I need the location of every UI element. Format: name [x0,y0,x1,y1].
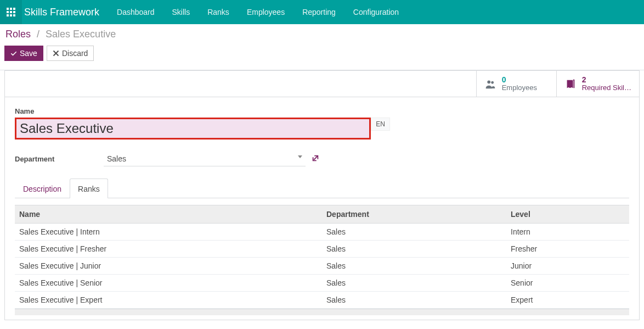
stat-required-skills-label: Required Skil… [582,84,631,92]
stat-employees-label: Employees [502,84,537,92]
svg-rect-5 [13,11,15,13]
menu-dashboard[interactable]: Dashboard [108,1,163,23]
control-panel: Roles / Sales Executive Save Discard [0,24,644,65]
breadcrumb-current: Sales Executive [46,29,116,40]
breadcrumb-root[interactable]: Roles [5,29,31,40]
check-icon [10,50,17,57]
ranks-table: Name Department Level Sales Executive | … [15,205,629,309]
cell-name: Sales Executive | Fresher [15,241,322,258]
name-input[interactable] [15,118,371,140]
stat-buttons-row: 0 Employees 2 Required Skil… [5,71,639,97]
discard-button[interactable]: Discard [47,46,94,61]
svg-rect-3 [7,11,9,13]
cell-level: Senior [506,275,629,292]
stat-employees-value: 0 [502,75,537,84]
cell-name: Sales Executive | Intern [15,224,322,241]
cell-level: Junior [506,258,629,275]
menu-reporting[interactable]: Reporting [293,1,344,23]
cell-name: Sales Executive | Junior [15,258,322,275]
th-department[interactable]: Department [322,205,506,224]
table-footer [15,309,629,315]
save-button[interactable]: Save [4,46,43,61]
svg-rect-8 [13,14,15,16]
action-buttons: Save Discard [4,46,640,61]
cell-level: Fresher [506,241,629,258]
th-level[interactable]: Level [506,205,629,224]
form-sheet: 0 Employees 2 Required Skil… Name EN [4,70,640,320]
svg-rect-0 [7,8,9,10]
app-brand[interactable]: Skills Framework [22,7,108,18]
tab-ranks[interactable]: Ranks [70,179,108,198]
table-row[interactable]: Sales Executive | InternSalesIntern [15,224,629,241]
cell-department: Sales [322,292,506,309]
users-icon [484,78,496,90]
table-row[interactable]: Sales Executive | ExpertSalesExpert [15,292,629,309]
cell-name: Sales Executive | Senior [15,275,322,292]
cell-department: Sales [322,241,506,258]
name-label: Name [15,107,629,115]
th-name[interactable]: Name [15,205,322,224]
cell-department: Sales [322,258,506,275]
tabs: Description Ranks [15,179,629,198]
save-button-label: Save [20,49,37,58]
stat-required-skills-value: 2 [582,75,631,84]
cell-level: Expert [506,292,629,309]
menu-skills[interactable]: Skills [163,1,199,23]
menu-configuration[interactable]: Configuration [344,1,408,23]
breadcrumb-separator: / [37,29,39,40]
svg-rect-2 [13,8,15,10]
cell-level: Intern [506,224,629,241]
navbar-menu: Dashboard Skills Ranks Employees Reporti… [108,1,408,23]
svg-point-10 [491,81,494,83]
discard-button-label: Discard [62,49,88,58]
stat-employees[interactable]: 0 Employees [476,71,556,97]
table-row[interactable]: Sales Executive | JuniorSalesJunior [15,258,629,275]
menu-ranks[interactable]: Ranks [199,1,238,23]
department-input[interactable] [104,152,306,166]
cell-name: Sales Executive | Expert [15,292,322,309]
svg-rect-1 [10,8,12,10]
tab-description[interactable]: Description [15,179,70,198]
breadcrumb: Roles / Sales Executive [4,29,640,40]
menu-employees[interactable]: Employees [238,1,293,23]
department-label: Department [15,155,104,163]
language-badge[interactable]: EN [371,118,390,131]
svg-rect-7 [10,14,12,16]
top-navbar: Skills Framework Dashboard Skills Ranks … [0,0,644,24]
cell-department: Sales [322,224,506,241]
svg-rect-4 [10,11,12,13]
book-icon [564,78,577,90]
svg-rect-6 [7,14,9,16]
svg-point-9 [487,80,490,83]
external-link-icon[interactable] [311,154,320,164]
stat-required-skills[interactable]: 2 Required Skil… [556,71,639,97]
close-icon [53,50,59,57]
cell-department: Sales [322,275,506,292]
apps-icon[interactable] [0,0,22,24]
table-row[interactable]: Sales Executive | SeniorSalesSenior [15,275,629,292]
table-row[interactable]: Sales Executive | FresherSalesFresher [15,241,629,258]
